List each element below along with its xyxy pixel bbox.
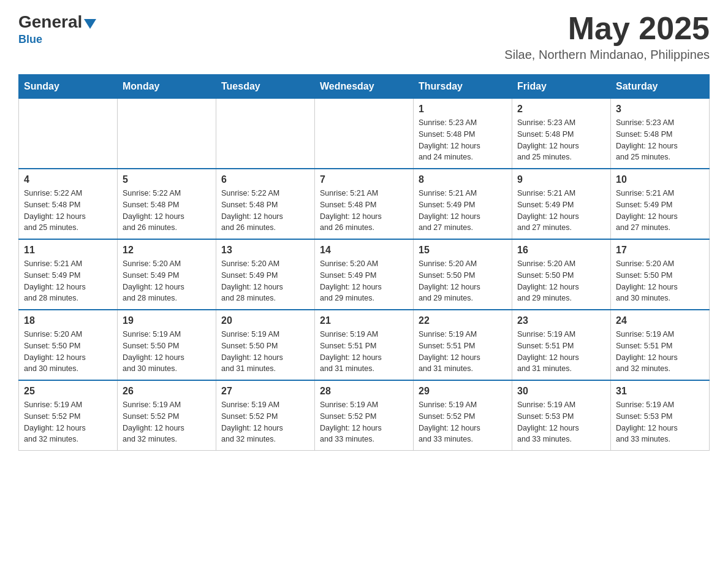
calendar-cell: 20Sunrise: 5:19 AMSunset: 5:50 PMDayligh… (216, 310, 315, 380)
weekday-header-wednesday: Wednesday (315, 75, 414, 99)
day-info: Sunrise: 5:21 AMSunset: 5:49 PMDaylight:… (517, 188, 605, 234)
calendar-cell: 11Sunrise: 5:21 AMSunset: 5:49 PMDayligh… (19, 239, 118, 310)
day-info: Sunrise: 5:21 AMSunset: 5:49 PMDaylight:… (24, 258, 112, 304)
calendar-cell: 5Sunrise: 5:22 AMSunset: 5:48 PMDaylight… (118, 169, 216, 239)
calendar-week-row: 25Sunrise: 5:19 AMSunset: 5:52 PMDayligh… (19, 380, 710, 451)
day-number: 21 (320, 315, 408, 326)
day-number: 23 (517, 315, 605, 326)
logo-general-text: General (18, 12, 82, 32)
day-number: 24 (616, 315, 704, 326)
day-info: Sunrise: 5:23 AMSunset: 5:48 PMDaylight:… (419, 117, 507, 163)
calendar-cell: 26Sunrise: 5:19 AMSunset: 5:52 PMDayligh… (118, 380, 216, 451)
title-block: May 2025 Silae, Northern Mindanao, Phili… (504, 12, 710, 62)
day-info: Sunrise: 5:19 AMSunset: 5:51 PMDaylight:… (320, 329, 408, 375)
day-number: 20 (221, 315, 309, 326)
calendar-cell: 4Sunrise: 5:22 AMSunset: 5:48 PMDaylight… (19, 169, 118, 239)
calendar-cell (19, 99, 118, 169)
calendar-table: SundayMondayTuesdayWednesdayThursdayFrid… (18, 74, 710, 451)
calendar-cell: 28Sunrise: 5:19 AMSunset: 5:52 PMDayligh… (315, 380, 414, 451)
location-subtitle: Silae, Northern Mindanao, Philippines (504, 48, 710, 62)
calendar-cell: 2Sunrise: 5:23 AMSunset: 5:48 PMDaylight… (512, 99, 611, 169)
day-info: Sunrise: 5:19 AMSunset: 5:50 PMDaylight:… (221, 329, 309, 375)
day-info: Sunrise: 5:20 AMSunset: 5:49 PMDaylight:… (320, 258, 408, 304)
day-number: 26 (123, 386, 211, 397)
day-number: 2 (517, 104, 605, 115)
day-info: Sunrise: 5:19 AMSunset: 5:51 PMDaylight:… (517, 329, 605, 375)
day-number: 6 (221, 174, 309, 185)
logo: General Blue (18, 12, 96, 46)
calendar-cell: 13Sunrise: 5:20 AMSunset: 5:49 PMDayligh… (216, 239, 315, 310)
weekday-header-saturday: Saturday (611, 75, 710, 99)
day-number: 8 (419, 174, 507, 185)
day-number: 13 (221, 245, 309, 256)
day-number: 7 (320, 174, 408, 185)
day-number: 12 (123, 245, 211, 256)
day-number: 17 (616, 245, 704, 256)
calendar-cell (315, 99, 414, 169)
day-info: Sunrise: 5:19 AMSunset: 5:50 PMDaylight:… (123, 329, 211, 375)
calendar-cell: 15Sunrise: 5:20 AMSunset: 5:50 PMDayligh… (414, 239, 512, 310)
calendar-cell: 14Sunrise: 5:20 AMSunset: 5:49 PMDayligh… (315, 239, 414, 310)
logo-triangle-icon (84, 19, 96, 29)
calendar-cell: 23Sunrise: 5:19 AMSunset: 5:51 PMDayligh… (512, 310, 611, 380)
day-number: 19 (123, 315, 211, 326)
day-info: Sunrise: 5:22 AMSunset: 5:48 PMDaylight:… (221, 188, 309, 234)
calendar-cell: 30Sunrise: 5:19 AMSunset: 5:53 PMDayligh… (512, 380, 611, 451)
day-info: Sunrise: 5:20 AMSunset: 5:50 PMDaylight:… (419, 258, 507, 304)
calendar-cell: 19Sunrise: 5:19 AMSunset: 5:50 PMDayligh… (118, 310, 216, 380)
day-number: 16 (517, 245, 605, 256)
calendar-header-row: SundayMondayTuesdayWednesdayThursdayFrid… (19, 75, 710, 99)
day-number: 18 (24, 315, 112, 326)
calendar-cell: 3Sunrise: 5:23 AMSunset: 5:48 PMDaylight… (611, 99, 710, 169)
day-info: Sunrise: 5:19 AMSunset: 5:52 PMDaylight:… (419, 399, 507, 445)
calendar-cell: 1Sunrise: 5:23 AMSunset: 5:48 PMDaylight… (414, 99, 512, 169)
day-number: 3 (616, 104, 704, 115)
day-number: 14 (320, 245, 408, 256)
calendar-cell: 17Sunrise: 5:20 AMSunset: 5:50 PMDayligh… (611, 239, 710, 310)
day-info: Sunrise: 5:22 AMSunset: 5:48 PMDaylight:… (123, 188, 211, 234)
logo-blue-text: Blue (18, 33, 42, 46)
calendar-cell: 9Sunrise: 5:21 AMSunset: 5:49 PMDaylight… (512, 169, 611, 239)
calendar-cell: 31Sunrise: 5:19 AMSunset: 5:53 PMDayligh… (611, 380, 710, 451)
calendar-week-row: 4Sunrise: 5:22 AMSunset: 5:48 PMDaylight… (19, 169, 710, 239)
weekday-header-tuesday: Tuesday (216, 75, 315, 99)
day-info: Sunrise: 5:23 AMSunset: 5:48 PMDaylight:… (616, 117, 704, 163)
calendar-cell (118, 99, 216, 169)
calendar-week-row: 1Sunrise: 5:23 AMSunset: 5:48 PMDaylight… (19, 99, 710, 169)
weekday-header-sunday: Sunday (19, 75, 118, 99)
weekday-header-friday: Friday (512, 75, 611, 99)
day-number: 11 (24, 245, 112, 256)
day-info: Sunrise: 5:19 AMSunset: 5:52 PMDaylight:… (320, 399, 408, 445)
page-header: General Blue May 2025 Silae, Northern Mi… (18, 12, 710, 62)
day-number: 5 (123, 174, 211, 185)
day-number: 31 (616, 386, 704, 397)
day-info: Sunrise: 5:21 AMSunset: 5:49 PMDaylight:… (419, 188, 507, 234)
calendar-cell: 25Sunrise: 5:19 AMSunset: 5:52 PMDayligh… (19, 380, 118, 451)
day-info: Sunrise: 5:20 AMSunset: 5:50 PMDaylight:… (24, 329, 112, 375)
calendar-cell: 16Sunrise: 5:20 AMSunset: 5:50 PMDayligh… (512, 239, 611, 310)
calendar-week-row: 11Sunrise: 5:21 AMSunset: 5:49 PMDayligh… (19, 239, 710, 310)
day-number: 27 (221, 386, 309, 397)
day-number: 28 (320, 386, 408, 397)
day-number: 25 (24, 386, 112, 397)
day-info: Sunrise: 5:20 AMSunset: 5:49 PMDaylight:… (221, 258, 309, 304)
calendar-cell: 22Sunrise: 5:19 AMSunset: 5:51 PMDayligh… (414, 310, 512, 380)
day-number: 10 (616, 174, 704, 185)
day-info: Sunrise: 5:19 AMSunset: 5:52 PMDaylight:… (24, 399, 112, 445)
day-info: Sunrise: 5:20 AMSunset: 5:49 PMDaylight:… (123, 258, 211, 304)
calendar-cell: 18Sunrise: 5:20 AMSunset: 5:50 PMDayligh… (19, 310, 118, 380)
day-info: Sunrise: 5:19 AMSunset: 5:51 PMDaylight:… (419, 329, 507, 375)
calendar-cell: 12Sunrise: 5:20 AMSunset: 5:49 PMDayligh… (118, 239, 216, 310)
calendar-cell: 29Sunrise: 5:19 AMSunset: 5:52 PMDayligh… (414, 380, 512, 451)
calendar-cell: 10Sunrise: 5:21 AMSunset: 5:49 PMDayligh… (611, 169, 710, 239)
calendar-cell: 21Sunrise: 5:19 AMSunset: 5:51 PMDayligh… (315, 310, 414, 380)
month-year-title: May 2025 (504, 12, 710, 44)
day-info: Sunrise: 5:23 AMSunset: 5:48 PMDaylight:… (517, 117, 605, 163)
day-info: Sunrise: 5:21 AMSunset: 5:49 PMDaylight:… (616, 188, 704, 234)
calendar-cell: 7Sunrise: 5:21 AMSunset: 5:48 PMDaylight… (315, 169, 414, 239)
day-number: 4 (24, 174, 112, 185)
calendar-cell: 24Sunrise: 5:19 AMSunset: 5:51 PMDayligh… (611, 310, 710, 380)
day-info: Sunrise: 5:20 AMSunset: 5:50 PMDaylight:… (517, 258, 605, 304)
day-number: 22 (419, 315, 507, 326)
day-number: 29 (419, 386, 507, 397)
